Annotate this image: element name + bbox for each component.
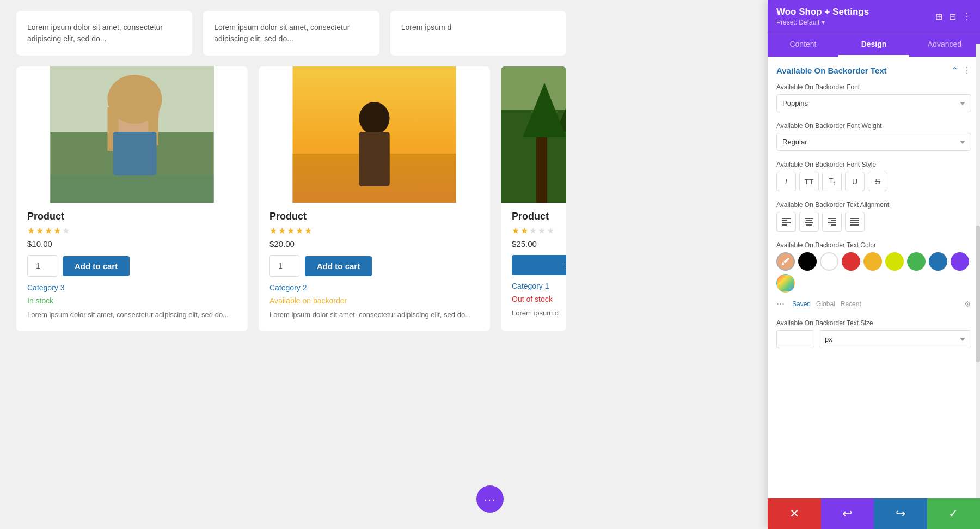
- swatch-dots-icon[interactable]: ···: [776, 298, 785, 309]
- qty-input-2[interactable]: [270, 255, 299, 277]
- tab-advanced[interactable]: Advanced: [909, 33, 980, 57]
- category-link-2[interactable]: Category 2: [270, 283, 479, 292]
- color-swatch-orange[interactable]: [863, 252, 882, 271]
- product-name-3: Product: [512, 211, 566, 222]
- color-settings-icon[interactable]: ⚙: [964, 300, 971, 308]
- available-backorder-2: Available on backorder: [270, 296, 479, 305]
- size-field-group: Available On Backorder Text Size px em r…: [776, 319, 971, 348]
- tab-content-label: Content: [789, 40, 816, 48]
- undo-button[interactable]: ↩: [821, 498, 874, 529]
- star-2-2: ★: [278, 226, 286, 236]
- section-title: Available On Backorder Text: [776, 66, 887, 75]
- svg-rect-15: [501, 66, 566, 110]
- tab-design-label: Design: [861, 40, 887, 48]
- scrollbar-thumb[interactable]: [976, 226, 980, 362]
- style-uppercase-btn[interactable]: TT: [799, 172, 819, 191]
- excerpt-card-2: Lorem ipsum dolor sit amet, consectetur …: [203, 11, 379, 56]
- color-swatch-purple[interactable]: [951, 252, 969, 271]
- add-to-cart-row-3[interactable]: Read mo: [512, 255, 566, 275]
- color-swatch-white[interactable]: [820, 252, 838, 271]
- products-row: Product ★ ★ ★ ★ ★ $10.00 Add to cart Cat…: [16, 66, 566, 331]
- product-price-2: $20.00: [270, 239, 479, 248]
- star-3-4: ★: [538, 226, 546, 236]
- split-icon[interactable]: ⊟: [949, 11, 956, 22]
- read-more-btn-3[interactable]: Read mo: [512, 255, 566, 275]
- product-image-1: [16, 66, 248, 203]
- category-link-1[interactable]: Category 3: [27, 283, 237, 292]
- color-picker-swatch[interactable]: [776, 252, 795, 271]
- color-field-group: Available On Backorder Text Color: [776, 241, 971, 309]
- product-body-3: Product ★ ★ ★ ★ ★ $25.00 Read mo Categor…: [501, 203, 566, 319]
- star-2-5: ★: [304, 226, 312, 236]
- color-swatch-red[interactable]: [842, 252, 860, 271]
- more-options-icon[interactable]: ⋮: [963, 11, 971, 22]
- color-swatch-black[interactable]: [798, 252, 817, 271]
- color-swatch-yellow[interactable]: [885, 252, 904, 271]
- font-weight-field-group: Available On Backorder Font Weight Regul…: [776, 122, 971, 151]
- collapse-icon[interactable]: ⌃: [951, 65, 958, 76]
- svg-rect-32: [828, 222, 836, 223]
- star-1-1: ★: [27, 226, 35, 236]
- style-italic-btn[interactable]: I: [776, 172, 796, 191]
- add-to-cart-btn-2[interactable]: Add to cart: [305, 256, 372, 276]
- size-unit-select[interactable]: px em rem: [819, 330, 971, 348]
- size-input[interactable]: [776, 330, 814, 348]
- product-price-3: $25.00: [512, 239, 566, 248]
- color-swatch-blue[interactable]: [929, 252, 947, 271]
- add-to-cart-btn-1[interactable]: Add to cart: [63, 256, 130, 276]
- product-body-2: Product ★ ★ ★ ★ ★ $20.00 Add to cart Cat…: [259, 203, 490, 320]
- star-1-4: ★: [53, 226, 61, 236]
- expand-icon[interactable]: ⊞: [935, 11, 942, 22]
- in-stock-1: In stock: [27, 296, 237, 305]
- panel-title-area: Woo Shop + Settings Preset: Default ▾: [776, 7, 935, 26]
- align-center-btn[interactable]: [799, 212, 819, 232]
- swatch-tab-global[interactable]: Global: [816, 300, 835, 308]
- cancel-button[interactable]: ✕: [768, 498, 821, 529]
- add-to-cart-row-1[interactable]: Add to cart: [27, 255, 237, 277]
- color-swatch-green[interactable]: [907, 252, 926, 271]
- align-right-btn[interactable]: [822, 212, 842, 232]
- floating-action-btn[interactable]: ···: [476, 485, 504, 513]
- qty-input-1[interactable]: [27, 255, 57, 277]
- align-justify-btn[interactable]: [845, 212, 865, 232]
- tab-content[interactable]: Content: [768, 33, 838, 57]
- tab-design[interactable]: Design: [838, 33, 909, 57]
- add-to-cart-row-2[interactable]: Add to cart: [270, 255, 479, 277]
- panel-preset[interactable]: Preset: Default ▾: [776, 19, 935, 26]
- category-link-3[interactable]: Category 1: [512, 282, 566, 290]
- swatch-tab-saved[interactable]: Saved: [792, 300, 811, 308]
- align-buttons: [776, 212, 971, 232]
- star-1-3: ★: [45, 226, 52, 236]
- svg-rect-22: [782, 218, 791, 219]
- section-controls: ⌃ ⋮: [951, 65, 971, 76]
- panel-footer: ✕ ↩ ↪ ✓: [768, 498, 980, 529]
- svg-rect-37: [850, 224, 859, 226]
- product-stars-2: ★ ★ ★ ★ ★: [270, 226, 479, 236]
- svg-rect-28: [805, 222, 813, 223]
- font-weight-select[interactable]: Regular: [776, 133, 971, 151]
- floating-dots-icon: ···: [484, 493, 497, 506]
- style-underline-btn[interactable]: U: [845, 172, 865, 191]
- svg-rect-27: [806, 220, 812, 221]
- star-3-5: ★: [547, 226, 554, 236]
- panel-title: Woo Shop + Settings: [776, 7, 935, 17]
- swatch-tabs: ··· Saved Global Recent ⚙: [776, 298, 971, 309]
- style-capitalize-btn[interactable]: Tt: [822, 172, 842, 191]
- color-swatch-gradient[interactable]: [776, 274, 795, 293]
- font-label: Available On Backorder Font: [776, 83, 971, 91]
- section-header: Available On Backorder Text ⌃ ⋮: [776, 65, 971, 76]
- product-image-2: [259, 66, 490, 203]
- excerpt-text-1: Lorem ipsum dolor sit amet, consectetur …: [27, 22, 181, 45]
- redo-button[interactable]: ↪: [874, 498, 927, 529]
- font-select[interactable]: Poppins: [776, 94, 971, 112]
- save-button[interactable]: ✓: [927, 498, 981, 529]
- section-more-icon[interactable]: ⋮: [963, 65, 971, 76]
- alignment-label: Available On Backorder Text Alignment: [776, 201, 971, 209]
- align-left-btn[interactable]: [776, 212, 796, 232]
- star-1-2: ★: [36, 226, 44, 236]
- svg-rect-24: [782, 222, 791, 223]
- style-strikethrough-btn[interactable]: S: [868, 172, 887, 191]
- swatch-tab-recent[interactable]: Recent: [841, 300, 861, 308]
- svg-rect-31: [831, 220, 836, 221]
- product-image-svg-3: [501, 66, 566, 203]
